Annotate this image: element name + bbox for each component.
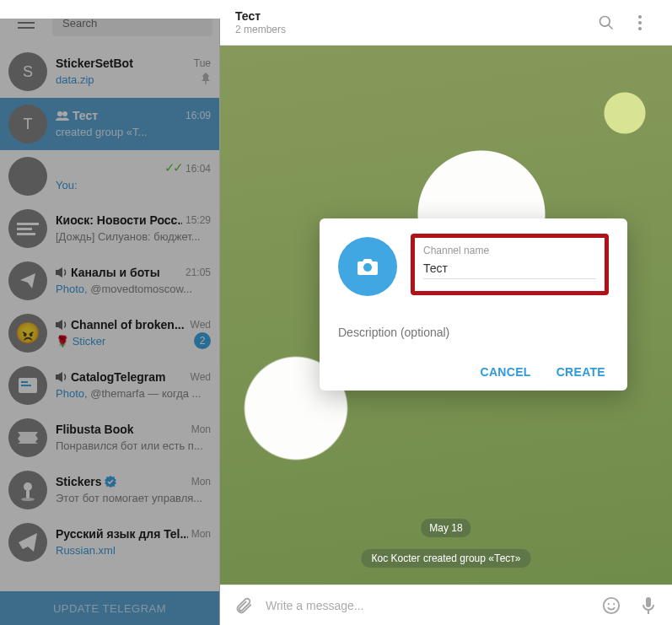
mic-icon [642,596,655,615]
cancel-button[interactable]: CANCEL [481,365,531,379]
channel-name-highlight: Channel name [411,234,609,295]
search-icon [598,14,615,31]
chat-header: Тест 2 members [220,0,672,46]
svg-point-25 [363,263,372,272]
create-channel-dialog: Channel name CANCEL CREATE [320,218,627,391]
attach-button[interactable] [228,590,259,621]
svg-line-16 [609,24,613,29]
svg-point-19 [638,27,642,30]
svg-point-18 [638,21,642,24]
paperclip-icon [234,596,253,615]
voice-button[interactable] [633,590,664,621]
svg-point-17 [638,15,642,19]
kebab-icon [638,15,642,30]
chat-title: Тест [235,9,589,23]
chat-menu-button[interactable] [623,6,657,40]
smile-icon [602,596,621,615]
svg-point-21 [608,603,610,605]
create-button[interactable]: CREATE [556,365,605,379]
chat-subtitle: 2 members [235,24,589,35]
channel-name-label: Channel name [423,245,596,256]
search-in-chat-button[interactable] [589,6,623,40]
svg-point-20 [604,597,619,612]
camera-icon [356,256,379,277]
service-message: Кос Koctег created group «Тест» [362,549,531,568]
date-badge: May 18 [421,519,470,537]
svg-point-15 [600,16,610,26]
chat-header-info[interactable]: Тест 2 members [235,9,589,35]
composer [220,585,672,625]
svg-point-22 [613,603,615,605]
emoji-button[interactable] [596,590,626,621]
set-photo-button[interactable] [338,237,397,296]
message-input[interactable] [266,599,589,612]
channel-description-input[interactable] [338,326,609,339]
channel-name-input[interactable] [423,258,596,279]
svg-rect-23 [646,597,651,607]
